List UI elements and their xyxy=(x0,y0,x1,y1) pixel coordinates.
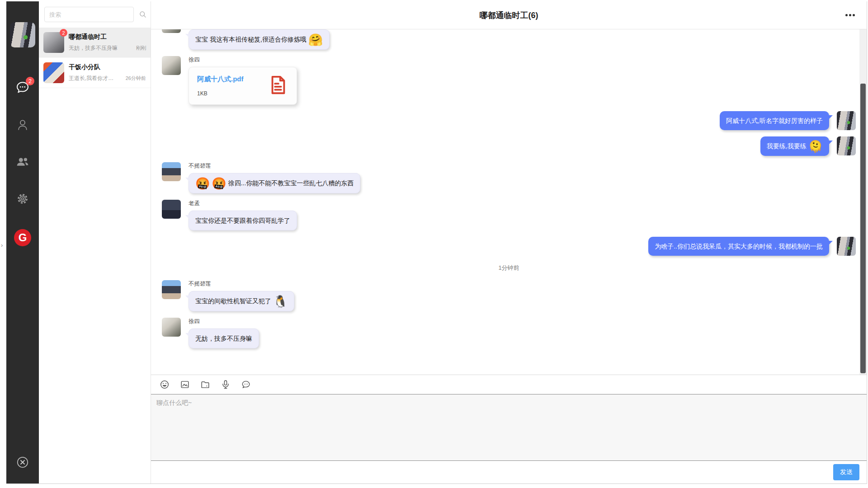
time-divider: 1分钟前 xyxy=(498,264,519,272)
message-bubble: 阿威十八式,听名字就好厉害的样子 xyxy=(720,111,829,130)
sender-name: 老孟 xyxy=(189,200,200,207)
app-logo[interactable]: G xyxy=(14,229,31,246)
pdf-file-icon xyxy=(268,75,288,97)
search-row xyxy=(39,1,151,28)
message-bubble: 🤬 🤬 徐四...你能不能不教宝宝一些乱七八糟的东西 xyxy=(189,173,360,193)
message-bubble: 宝宝你还是不要跟着你四哥乱学了 xyxy=(189,211,297,230)
search-input[interactable] xyxy=(44,7,134,22)
nav-groups[interactable] xyxy=(14,155,31,170)
emoji: 🫠 xyxy=(808,140,823,153)
message-avatar[interactable] xyxy=(162,200,181,219)
messages-scrollbar[interactable] xyxy=(859,29,867,375)
message-area: 宝宝 我这有本祖传秘笈,很适合你修炼哦 🤗徐四阿威十八式.pdf1KB阿威十八式… xyxy=(151,29,867,375)
conversation-item[interactable]: 2哪都通临时工无妨，技多不压身嘛刚刚 xyxy=(39,28,151,58)
message-row: 1分钟前 xyxy=(162,264,856,272)
send-button[interactable]: 发送 xyxy=(833,464,859,480)
message-list: 宝宝 我这有本祖传秘笈,很适合你修炼哦 🤗徐四阿威十八式.pdf1KB阿威十八式… xyxy=(162,29,856,348)
conversation-title: 干饭小分队 xyxy=(69,63,146,71)
conversation-info: 哪都通临时工无妨，技多不压身嘛刚刚 xyxy=(69,33,146,52)
message-avatar[interactable] xyxy=(837,237,856,256)
message-bubble: 我要练,我要练 🫠 xyxy=(760,136,829,156)
message-avatar[interactable] xyxy=(837,136,856,155)
composer-footer: 发送 xyxy=(151,461,867,483)
emoji-icon[interactable] xyxy=(160,380,170,389)
message-input[interactable] xyxy=(151,394,867,460)
unread-badge: 2 xyxy=(26,77,34,85)
message-row: 我要练,我要练 🫠 xyxy=(162,136,856,156)
message-avatar[interactable] xyxy=(162,162,181,181)
user-avatar[interactable] xyxy=(10,22,35,47)
chat-panel: 哪都通临时工(6) 宝宝 我这有本祖传秘笈,很适合你修炼哦 🤗徐四阿威十八式.p… xyxy=(151,1,867,483)
folder-icon[interactable] xyxy=(200,380,210,389)
message-avatar[interactable] xyxy=(162,29,181,33)
message-row: 阿威十八式,听名字就好厉害的样子 xyxy=(162,111,856,130)
message-bubble: 为啥子..你们总说我呆瓜，其实大多的时候，我都机制的一批 xyxy=(648,237,829,256)
conversation-avatar: 2 xyxy=(43,32,64,53)
message-row: 不摇碧莲宝宝的间歇性机智证又犯了 🐧 xyxy=(162,280,856,311)
file-attachment-card[interactable]: 阿威十八式.pdf1KB xyxy=(189,67,297,105)
message-bubble: 宝宝 我这有本祖传秘笈,很适合你修炼哦 🤗 xyxy=(189,29,330,50)
app-window: › 2 G xyxy=(6,1,867,484)
nav-settings[interactable] xyxy=(14,192,31,207)
message-bubble: 宝宝的间歇性机智证又犯了 🐧 xyxy=(189,291,294,311)
message-avatar[interactable] xyxy=(162,318,181,337)
mic-icon[interactable] xyxy=(221,380,231,389)
conversation-time: 26分钟前 xyxy=(126,75,146,82)
message-row: 老孟宝宝你还是不要跟着你四哥乱学了 xyxy=(162,200,856,230)
unread-badge: 2 xyxy=(60,29,67,37)
chat-header: 哪都通临时工(6) xyxy=(151,1,867,29)
chat-title: 哪都通临时工(6) xyxy=(480,10,538,21)
conversation-title: 哪都通临时工 xyxy=(69,33,146,41)
conversation-last-message: 无妨，技多不压身嘛 xyxy=(69,44,133,52)
nav-contacts[interactable] xyxy=(14,118,31,133)
message-row: 徐四阿威十八式.pdf1KB xyxy=(162,56,856,105)
message-bubble: 无妨，技多不压身嘛 xyxy=(189,328,259,348)
more-menu-icon[interactable] xyxy=(845,14,855,16)
conversation-avatar xyxy=(43,62,64,83)
sender-name: 不摇碧莲 xyxy=(189,162,211,170)
conversation-list: 2哪都通临时工无妨，技多不压身嘛刚刚干饭小分队王道长,我看你才…26分钟前 xyxy=(39,28,151,88)
conversation-time: 刚刚 xyxy=(136,45,146,52)
message-row: 宝宝 我这有本祖传秘笈,很适合你修炼哦 🤗 xyxy=(162,29,856,50)
nav-rail: 2 G xyxy=(6,1,39,483)
group-icon xyxy=(15,155,30,171)
nav-chats[interactable]: 2 xyxy=(14,81,31,96)
search-icon[interactable] xyxy=(137,9,148,20)
image-icon[interactable] xyxy=(180,380,190,389)
scrollbar-thumb[interactable] xyxy=(860,84,866,373)
message-row: 为啥子..你们总说我呆瓜，其实大多的时候，我都机制的一批 xyxy=(162,237,856,256)
emoji: 🤬 xyxy=(212,177,226,190)
person-icon xyxy=(16,118,29,133)
emoji: 🤬 xyxy=(195,177,210,190)
message-row: 不摇碧莲🤬 🤬 徐四...你能不能不教宝宝一些乱七八糟的东西 xyxy=(162,162,856,193)
history-icon[interactable] xyxy=(241,380,251,389)
conversation-last-message: 王道长,我看你才… xyxy=(69,75,123,82)
sender-name: 不摇碧莲 xyxy=(189,280,211,288)
emoji: 🤗 xyxy=(308,33,323,47)
close-button[interactable] xyxy=(16,455,29,471)
message-avatar[interactable] xyxy=(162,280,181,299)
emoji: 🐧 xyxy=(273,295,288,308)
composer-toolbar xyxy=(151,375,867,394)
message-row: 徐四无妨，技多不压身嘛 xyxy=(162,318,856,348)
conversation-panel: 2哪都通临时工无妨，技多不压身嘛刚刚干饭小分队王道长,我看你才…26分钟前 xyxy=(39,1,151,483)
collapse-arrow[interactable]: › xyxy=(1,242,3,249)
composer: 发送 xyxy=(151,375,867,483)
gear-icon xyxy=(16,192,29,207)
conversation-item[interactable]: 干饭小分队王道长,我看你才…26分钟前 xyxy=(39,58,151,88)
conversation-info: 干饭小分队王道长,我看你才…26分钟前 xyxy=(69,63,146,82)
file-name[interactable]: 阿威十八式.pdf xyxy=(197,75,244,84)
message-avatar[interactable] xyxy=(162,56,181,75)
close-circle-icon xyxy=(16,463,29,470)
sender-name: 徐四 xyxy=(189,56,200,64)
sender-name: 徐四 xyxy=(189,318,200,325)
file-size: 1KB xyxy=(197,90,244,97)
editor-area xyxy=(151,394,867,461)
message-avatar[interactable] xyxy=(837,111,856,130)
